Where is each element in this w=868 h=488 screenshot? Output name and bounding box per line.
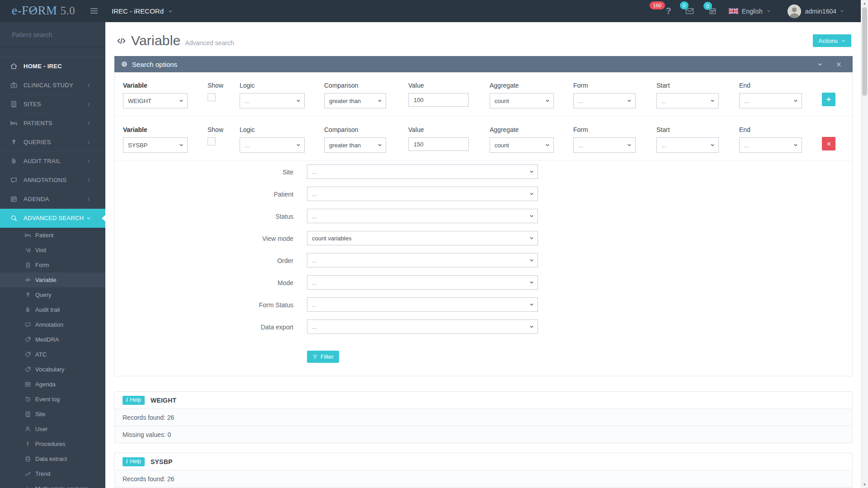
submenu-item-user[interactable]: User xyxy=(0,422,105,436)
submenu-item-data-extract[interactable]: Data extract xyxy=(0,451,105,466)
file-icon xyxy=(24,262,31,268)
agenda-button[interactable]: 0 xyxy=(708,7,717,15)
chevron-down-icon xyxy=(529,258,534,263)
help-button[interactable]: 160 ? xyxy=(666,6,671,16)
status-select[interactable]: ... xyxy=(307,209,538,223)
question-icon xyxy=(10,138,18,146)
submenu-item-vocabulary[interactable]: Vocabulary xyxy=(0,362,105,377)
comparison-select[interactable]: greater than xyxy=(324,137,386,153)
submenu-item-atc[interactable]: ATC xyxy=(0,347,105,362)
filter-button[interactable]: Filter xyxy=(307,351,339,363)
user-menu[interactable]: admin1604 xyxy=(788,5,844,18)
messages-button[interactable]: 0 xyxy=(685,6,694,16)
agenda-count-badge: 0 xyxy=(703,2,712,10)
submenu-item-site[interactable]: Site xyxy=(0,407,105,422)
calendar-icon xyxy=(24,381,31,388)
submenu-item-variable[interactable]: Variable xyxy=(0,272,105,287)
end-select[interactable]: ... xyxy=(739,137,802,153)
result-row: Records found: 26 xyxy=(115,408,852,426)
submenu-item-agenda[interactable]: Agenda xyxy=(0,377,105,392)
chevron-down-icon xyxy=(529,213,534,219)
start-select[interactable]: ... xyxy=(656,93,719,108)
chevron-down-icon xyxy=(529,302,534,307)
value-input[interactable] xyxy=(408,93,469,107)
code-icon xyxy=(115,35,127,47)
chevron-down-icon xyxy=(377,98,382,103)
submenu-item-patient[interactable]: Patient xyxy=(0,228,105,243)
funnel-icon xyxy=(312,354,318,360)
variable-select[interactable]: WEIGHT xyxy=(123,93,188,108)
variable-select[interactable]: SYSBP xyxy=(123,137,188,153)
order-select[interactable]: ... xyxy=(307,253,538,267)
start-select[interactable]: ... xyxy=(656,137,719,153)
sidebar-item-sites[interactable]: SITES xyxy=(0,95,105,114)
aggregate-select[interactable]: count xyxy=(490,93,554,108)
form-select[interactable]: ... xyxy=(573,137,636,153)
column-label-variable: Variable xyxy=(123,82,188,89)
sidebar-item-home[interactable]: HOME - IREC xyxy=(0,57,105,76)
collapse-panel-icon[interactable] xyxy=(816,61,823,68)
page-head: Variable Advanced search Actions xyxy=(105,22,861,56)
comparison-select[interactable]: greater than xyxy=(324,93,386,108)
close-panel-icon[interactable] xyxy=(835,61,842,68)
tag-icon xyxy=(24,336,31,343)
chevron-left-icon xyxy=(86,140,91,145)
vertical-scrollbar[interactable]: ▲ ▼ xyxy=(861,0,868,488)
aggregate-select[interactable]: count xyxy=(490,137,554,153)
show-checkbox[interactable] xyxy=(208,137,216,145)
submenu-item-trend[interactable]: Trend xyxy=(0,466,105,481)
end-select[interactable]: ... xyxy=(739,93,802,108)
patient-select[interactable]: ... xyxy=(307,187,538,201)
chevron-down-icon xyxy=(529,280,534,285)
add-row-button[interactable]: + xyxy=(822,93,835,106)
scroll-up-arrow[interactable]: ▲ xyxy=(861,0,868,7)
home-icon xyxy=(10,62,18,70)
language-selector[interactable]: English xyxy=(729,8,771,15)
submenu-item-multivariate-analysis[interactable]: Multivariate analysis xyxy=(0,481,105,488)
hamburger-menu-icon[interactable] xyxy=(89,6,99,15)
column-label-comparison: Comparison xyxy=(324,126,386,133)
sidebar-item-audit-trail[interactable]: AUDIT TRAIL xyxy=(0,152,105,171)
submenu-item-procedures[interactable]: Procedures xyxy=(0,436,105,451)
scroll-down-arrow[interactable]: ▼ xyxy=(861,481,868,488)
show-checkbox[interactable] xyxy=(208,93,216,101)
form-status-select[interactable]: ... xyxy=(307,297,538,312)
value-input[interactable] xyxy=(408,137,469,151)
site-select[interactable]: ... xyxy=(307,164,538,179)
study-selector[interactable]: IREC - iRECORd xyxy=(112,0,173,22)
help-badge[interactable]: iHelp xyxy=(123,396,145,405)
chevron-down-icon xyxy=(529,235,534,241)
sidebar-item-advanced-search[interactable]: ADVANCED SEARCH xyxy=(0,209,105,228)
app-version: 5.0 xyxy=(61,5,75,17)
sidebar-item-queries[interactable]: QUERIES xyxy=(0,133,105,152)
chevron-left-icon xyxy=(86,159,91,164)
view-mode-select[interactable]: count variables xyxy=(307,231,538,245)
sidebar-item-patients[interactable]: PATIENTS xyxy=(0,114,105,133)
actions-button[interactable]: Actions xyxy=(813,34,851,47)
chevron-down-icon xyxy=(529,169,534,174)
sidebar-item-agenda[interactable]: AGENDA xyxy=(0,190,105,209)
sidebar-item-clinical-study[interactable]: CLINICAL STUDY xyxy=(0,76,105,95)
submenu-item-meddra[interactable]: MedDRA xyxy=(0,332,105,347)
help-badge[interactable]: iHelp xyxy=(123,457,145,466)
main-content: Variable Advanced search Actions Search … xyxy=(105,22,861,488)
data-export-select[interactable]: ... xyxy=(307,319,538,334)
page-subtitle: Advanced search xyxy=(185,39,234,47)
submenu-item-event-log[interactable]: Event log xyxy=(0,392,105,407)
submenu-item-form[interactable]: Form xyxy=(0,258,105,272)
submenu-item-visit[interactable]: Visit xyxy=(0,243,105,258)
chevron-down-icon xyxy=(529,324,534,329)
scrollbar-thumb[interactable] xyxy=(862,7,867,96)
submenu-item-query[interactable]: Query xyxy=(0,287,105,302)
logic-select[interactable]: ... xyxy=(240,137,305,153)
patient-search-input[interactable] xyxy=(11,31,94,39)
mode-select[interactable]: ... xyxy=(307,275,538,290)
top-header: e-FORM5.0 IREC - iRECORd 160 ? 0 0 Engli… xyxy=(0,0,868,22)
sidebar-item-annotations[interactable]: ANNOTATIONS xyxy=(0,171,105,190)
logic-select[interactable]: ... xyxy=(240,93,305,108)
submenu-item-audit-trail[interactable]: Audit trail xyxy=(0,302,105,317)
form-select[interactable]: ... xyxy=(573,93,636,108)
help-count-badge: 160 xyxy=(650,1,665,9)
remove-row-button[interactable] xyxy=(822,137,835,150)
submenu-item-annotation[interactable]: Annotation xyxy=(0,317,105,332)
